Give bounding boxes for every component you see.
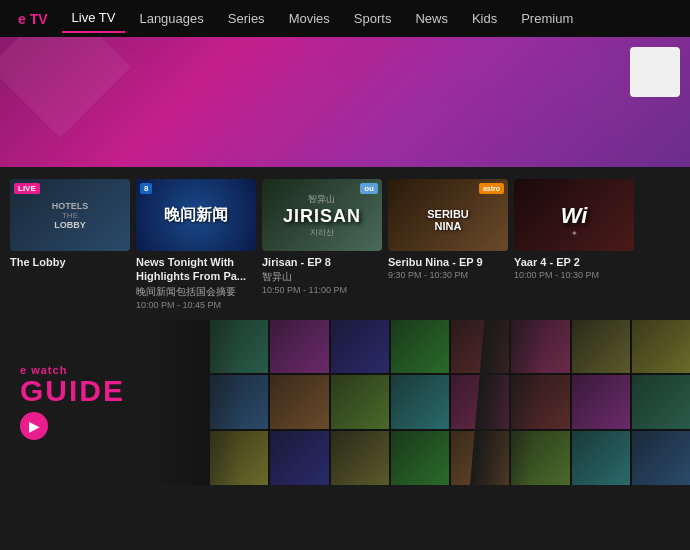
card-title-yaar: Yaar 4 - EP 2 (514, 255, 634, 269)
promo-thumb (391, 320, 449, 374)
card-news[interactable]: 8 晚间新闻 News Tonight With Highlights From… (136, 179, 256, 310)
hero-pattern (0, 37, 690, 167)
navigation: e TV Live TV Languages Series Movies Spo… (0, 0, 690, 37)
promo-thumb (572, 431, 630, 485)
promo-thumb (331, 320, 389, 374)
promo-thumb (572, 375, 630, 429)
card-time-yaar: 10:00 PM - 10:30 PM (514, 270, 634, 280)
nav-premium[interactable]: Premium (511, 5, 583, 32)
card-title-jirisan: Jirisan - EP 8 (262, 255, 382, 269)
promo-grid (210, 320, 690, 485)
promo-thumb (331, 375, 389, 429)
nav-languages[interactable]: Languages (129, 5, 213, 32)
card-title-seribu: Seribu Nina - EP 9 (388, 255, 508, 269)
promo-cta-button[interactable]: ▶ (20, 412, 220, 440)
card-thumb-news: 8 晚间新闻 (136, 179, 256, 251)
promo-cta-icon: ▶ (20, 412, 48, 440)
promo-thumb (391, 431, 449, 485)
promo-thumb (572, 320, 630, 374)
card-thumb-seribu: astro SERIBU NINA (388, 179, 508, 251)
nav-logo[interactable]: e TV (8, 5, 58, 33)
card-subtitle-news: 晚间新闻包括国会摘要 (136, 285, 256, 299)
card-time-news: 10:00 PM - 10:45 PM (136, 300, 256, 310)
card-yaar[interactable]: Wi ✦ Yaar 4 - EP 2 10:00 PM - 10:30 PM (514, 179, 634, 310)
card-seribu[interactable]: astro SERIBU NINA Seribu Nina - EP 9 9:3… (388, 179, 508, 310)
promo-thumb (270, 375, 328, 429)
promo-title: GUIDE (20, 376, 220, 406)
card-title-news: News Tonight With Highlights From Pa... (136, 255, 256, 284)
card-thumb-jirisan: 智异山 JIRISAN 지리산 ou (262, 179, 382, 251)
nav-sports[interactable]: Sports (344, 5, 402, 32)
card-time-jirisan: 10:50 PM - 11:00 PM (262, 285, 382, 295)
live-badge: LIVE (14, 183, 40, 194)
card-time-seribu: 9:30 PM - 10:30 PM (388, 270, 508, 280)
hero-logo (630, 47, 680, 97)
promo-thumb (391, 375, 449, 429)
promo-overlay: e watch GUIDE ▶ (0, 320, 240, 485)
nav-live-tv[interactable]: Live TV (62, 4, 126, 33)
channel-badge: 8 (140, 183, 152, 194)
promo-thumb (632, 431, 690, 485)
card-subtitle-jirisan: 智异山 (262, 270, 382, 284)
content-section: LIVE HOTELS THE LOBBY The Lobby 8 晚间新闻 N… (0, 167, 690, 310)
nav-movies[interactable]: Movies (279, 5, 340, 32)
card-jirisan[interactable]: 智异山 JIRISAN 지리산 ou Jirisan - EP 8 智异山 10… (262, 179, 382, 310)
card-thumb-hotels: LIVE HOTELS THE LOBBY (10, 179, 130, 251)
cards-row: LIVE HOTELS THE LOBBY The Lobby 8 晚间新闻 N… (0, 179, 690, 310)
card-hotels[interactable]: LIVE HOTELS THE LOBBY The Lobby (10, 179, 130, 310)
promo-section: e watch GUIDE ▶ (0, 320, 690, 485)
promo-thumb (270, 431, 328, 485)
hero-banner (0, 37, 690, 167)
card-title-hotels: The Lobby (10, 255, 130, 269)
promo-thumb (270, 320, 328, 374)
card-thumb-yaar: Wi ✦ (514, 179, 634, 251)
nav-news[interactable]: News (405, 5, 458, 32)
nav-series[interactable]: Series (218, 5, 275, 32)
promo-thumb (632, 320, 690, 374)
nav-kids[interactable]: Kids (462, 5, 507, 32)
promo-thumb (632, 375, 690, 429)
promo-thumb (331, 431, 389, 485)
